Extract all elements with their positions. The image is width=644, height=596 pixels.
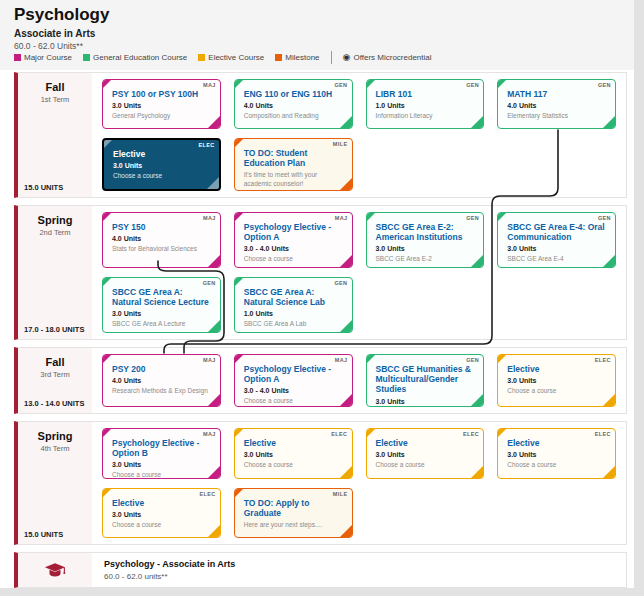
- course-subtitle: Choose a course: [113, 172, 211, 180]
- term-label-column: Spring 2nd Term 17.0 - 18.0 UNITS: [18, 206, 92, 339]
- course-title: PSY 150: [112, 222, 212, 232]
- course-units: 3.0 - 4.0 Units: [244, 245, 344, 252]
- course-card[interactable]: GEN ENG 110 or ENG 110H 4.0 Units Compos…: [234, 79, 353, 129]
- term-season: Spring: [18, 430, 92, 442]
- card-type-badge: ELEC: [198, 142, 214, 148]
- card-type-badge: ELEC: [463, 431, 479, 437]
- course-title: SBCC GE Area A: Natural Science Lab: [244, 287, 344, 307]
- card-type-badge: MAJ: [335, 215, 348, 221]
- course-card[interactable]: GEN SBCC GE Area A: Natural Science Lect…: [102, 277, 221, 333]
- gened-color-swatch-icon: [83, 54, 90, 61]
- term-number: 1st Term: [18, 95, 92, 104]
- course-units: 3.0 Units: [376, 245, 476, 252]
- degree-award-title: Psychology - Associate in Arts: [104, 559, 235, 569]
- term-units-total: 17.0 - 18.0 UNITS: [24, 325, 84, 334]
- course-card-selected[interactable]: ELEC Elective 3.0 Units Choose a course: [102, 138, 221, 191]
- term-season: Spring: [18, 214, 92, 226]
- card-type-badge: GEN: [203, 280, 216, 286]
- course-title: Elective: [376, 438, 476, 448]
- term-label-column: Fall 1st Term 15.0 UNITS: [18, 73, 92, 197]
- course-units: 3.0 Units: [376, 451, 476, 458]
- course-card[interactable]: GEN MATH 117 4.0 Units Elementary Statis…: [497, 79, 616, 129]
- course-subtitle: Choose a course: [244, 397, 344, 405]
- course-title: SBCC GE Area E-4: Oral Communication: [507, 222, 607, 242]
- course-card[interactable]: MAJ Psychology Elective - Option B 3.0 U…: [102, 428, 221, 479]
- term-cards: MAJ PSY 100 or PSY 100H 3.0 Units Genera…: [92, 73, 626, 197]
- course-subtitle: Choose a course: [507, 461, 607, 469]
- program-header: Psychology Associate in Arts 60.0 - 62.0…: [0, 0, 634, 70]
- course-card[interactable]: GEN LIBR 101 1.0 Units Information Liter…: [366, 79, 485, 129]
- course-units: 1.0 Units: [376, 102, 476, 109]
- card-type-badge: GEN: [466, 215, 479, 221]
- term-units-total: 15.0 UNITS: [24, 183, 63, 192]
- milestone-color-swatch-icon: [275, 54, 282, 61]
- course-title: PSY 200: [112, 364, 212, 374]
- legend-general-education: General Education Course: [83, 53, 187, 62]
- legend: Major Course General Education Course El…: [14, 51, 432, 64]
- term-units-total: 13.0 - 14.0 UNITS: [24, 399, 84, 408]
- term-number: 2nd Term: [18, 228, 92, 237]
- course-subtitle: Information Literacy: [376, 112, 476, 120]
- course-card[interactable]: GEN SBCC GE Area A: Natural Science Lab …: [234, 277, 353, 333]
- course-subtitle: SBCC GE Area E-4: [507, 255, 607, 263]
- course-card[interactable]: MAJ PSY 100 or PSY 100H 3.0 Units Genera…: [102, 79, 221, 129]
- course-card[interactable]: GEN SBCC GE Area E-4: Oral Communication…: [497, 212, 616, 268]
- course-card[interactable]: GEN SBCC GE Area E-2: American Instituti…: [366, 212, 485, 268]
- course-title: Elective: [112, 498, 212, 508]
- course-card[interactable]: ELEC Elective 3.0 Units Choose a course: [497, 354, 616, 407]
- card-type-badge: MILE: [333, 491, 348, 497]
- program-map-page: Psychology Associate in Arts 60.0 - 62.0…: [0, 0, 634, 588]
- course-title: Psychology Elective - Option A: [244, 222, 344, 242]
- page-title: Psychology: [0, 0, 634, 25]
- legend-major: Major Course: [14, 53, 72, 62]
- milestone-subtitle: It's time to meet with your academic cou…: [244, 171, 344, 187]
- course-card[interactable]: MAJ Psychology Elective - Option A 3.0 -…: [234, 354, 353, 407]
- course-units: 4.0 Units: [244, 102, 344, 109]
- term-cards: MAJ PSY 150 4.0 Units Stats for Behavior…: [92, 206, 626, 339]
- term-cards: MAJ Psychology Elective - Option B 3.0 U…: [92, 422, 626, 544]
- card-type-badge: ELEC: [595, 431, 611, 437]
- card-type-badge: MAJ: [203, 82, 216, 88]
- course-card[interactable]: MAJ PSY 150 4.0 Units Stats for Behavior…: [102, 212, 221, 268]
- milestone-card[interactable]: MILE TO DO: Student Education Plan It's …: [234, 138, 353, 191]
- term-row-fall-3: Fall 3rd Term 13.0 - 14.0 UNITS MAJ PSY …: [14, 347, 627, 414]
- course-card[interactable]: ELEC Elective 3.0 Units Choose a course: [497, 428, 616, 479]
- course-title: MATH 117: [507, 89, 607, 99]
- card-type-badge: ELEC: [331, 431, 347, 437]
- elective-color-swatch-icon: [198, 54, 205, 61]
- course-subtitle: General Psychology: [112, 112, 212, 120]
- course-units: 3.0 Units: [244, 451, 344, 458]
- degree-award-text: Psychology - Associate in Arts 60.0 - 62…: [92, 553, 235, 587]
- card-type-badge: MAJ: [203, 431, 216, 437]
- course-units: 3.0 Units: [507, 245, 607, 252]
- legend-microcredential: ◉ Offers Microcredential: [343, 53, 432, 62]
- graduation-cap-icon: [44, 562, 66, 579]
- course-card[interactable]: MAJ Psychology Elective - Option A 3.0 -…: [234, 212, 353, 268]
- course-subtitle: SBCC GE Area A Lab: [244, 320, 344, 328]
- milestone-subtitle: Here are your next steps....: [244, 521, 344, 529]
- course-title: Elective: [113, 149, 211, 159]
- microcredential-icon: ◉: [343, 53, 351, 62]
- course-title: PSY 100 or PSY 100H: [112, 89, 212, 99]
- course-subtitle: Elementary Statistics: [507, 112, 607, 120]
- course-title: Psychology Elective - Option B: [112, 438, 212, 458]
- term-cards: MAJ PSY 200 4.0 Units Research Methods &…: [92, 348, 626, 413]
- course-card[interactable]: GEN SBCC GE Humanities & Multicultural/G…: [366, 354, 485, 407]
- course-units: 3.0 Units: [507, 451, 607, 458]
- term-row-spring-4: Spring 4th Term 15.0 UNITS MAJ Psycholog…: [14, 421, 627, 545]
- course-card[interactable]: MAJ PSY 200 4.0 Units Research Methods &…: [102, 354, 221, 407]
- milestone-card[interactable]: MILE TO DO: Apply to Graduate Here are y…: [234, 488, 353, 538]
- course-units: 3.0 Units: [112, 461, 212, 468]
- course-units: 3.0 Units: [113, 162, 211, 169]
- course-card[interactable]: ELEC Elective 3.0 Units Choose a course: [366, 428, 485, 479]
- course-card[interactable]: ELEC Elective 3.0 Units Choose a course: [102, 488, 221, 538]
- card-type-badge: MAJ: [203, 357, 216, 363]
- course-title: Elective: [507, 364, 607, 374]
- course-title: SBCC GE Area E-2: American Institutions: [376, 222, 476, 242]
- card-type-badge: MAJ: [335, 357, 348, 363]
- course-subtitle: Choose a course: [112, 471, 212, 479]
- legend-divider: [331, 51, 332, 64]
- term-number: 4th Term: [18, 444, 92, 453]
- course-card[interactable]: ELEC Elective 3.0 Units Choose a course: [234, 428, 353, 479]
- term-label-column: Fall 3rd Term 13.0 - 14.0 UNITS: [18, 348, 92, 413]
